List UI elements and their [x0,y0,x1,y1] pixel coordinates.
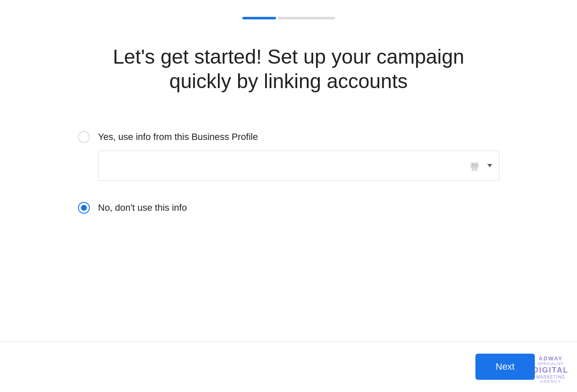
watermark-digital: DIGITAL [533,366,569,375]
yes-option[interactable]: Yes, use info from this Business Profile [78,127,499,147]
progress-segment-active [242,17,276,19]
watermark-marketing: MARKETING [533,375,569,379]
watermark-specialist: SPECIALIST [533,362,569,366]
watermark-agency: AGENCY [533,379,569,384]
owl-icon [467,160,482,172]
bottom-bar: Next [0,341,577,392]
yes-radio-button[interactable] [78,131,90,143]
chevron-down-icon [487,164,492,167]
progress-bar [242,17,335,19]
svg-marker-7 [471,162,473,164]
svg-marker-8 [476,162,478,164]
business-profile-dropdown-container [98,150,499,181]
no-option-label: No, don't use this info [98,202,187,213]
no-option[interactable]: No, don't use this info [78,198,499,218]
business-profile-dropdown[interactable] [98,150,499,181]
no-radio-button[interactable] [78,202,90,214]
page-title: Let's get started! Set up your campaign … [113,45,464,93]
svg-point-5 [472,165,473,166]
options-container: Yes, use info from this Business Profile [78,127,499,218]
dropdown-icons [467,160,492,172]
svg-point-6 [476,165,477,166]
next-button[interactable]: Next [475,354,535,380]
yes-option-label: Yes, use info from this Business Profile [98,132,258,142]
watermark-adway: ADWAY [533,355,569,362]
watermark: ADWAY SPECIALIST DIGITAL MARKETING AGENC… [533,355,569,384]
progress-segment-inactive [278,17,335,19]
